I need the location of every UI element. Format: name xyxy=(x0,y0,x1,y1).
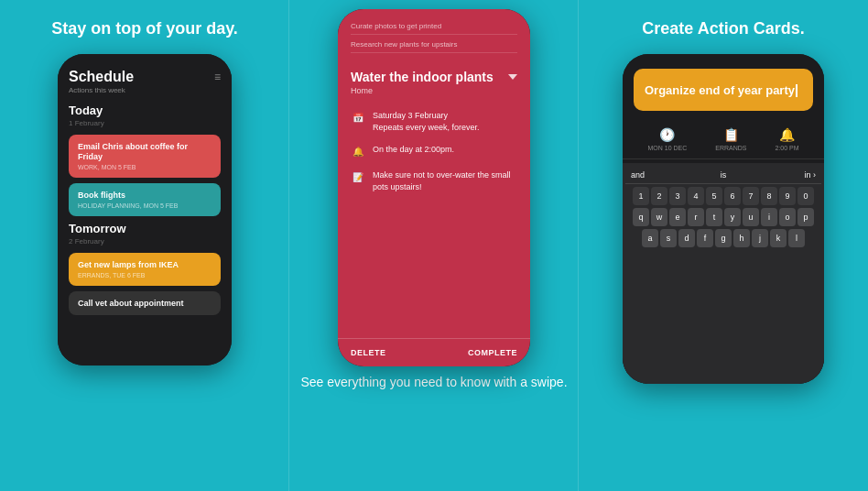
key-l[interactable]: l xyxy=(788,229,805,247)
panel-center-subtitle: See everything you need to know with a s… xyxy=(300,374,567,392)
create-card-text: Organize end of year party xyxy=(645,83,795,97)
card-title-text: Water the indoor plants xyxy=(351,70,494,84)
task-meta: HOLIDAY PLANNING, MON 5 FEB xyxy=(78,202,212,209)
panel-right-title: Create Action Cards. xyxy=(642,18,804,39)
card-details: 📅 Saturday 3 FebruaryRepeats every week,… xyxy=(338,103,530,338)
hamburger-icon[interactable]: ≡ xyxy=(214,71,221,83)
text-cursor xyxy=(796,84,797,97)
key-2[interactable]: 2 xyxy=(651,187,667,205)
today-label: Today xyxy=(69,104,221,117)
key-g[interactable]: g xyxy=(715,229,732,247)
card-top-items: Curate photos to get printed Research ne… xyxy=(338,9,530,60)
detail-row-alarm: 🔔 On the day at 2:00pm. xyxy=(351,144,517,158)
key-w[interactable]: w xyxy=(651,208,667,226)
key-o[interactable]: o xyxy=(779,208,796,226)
suggest-is[interactable]: is xyxy=(692,170,754,180)
key-j[interactable]: j xyxy=(752,229,768,247)
create-icon-alarm[interactable]: 🔔 2:00 PM xyxy=(775,127,798,151)
panel-left-title: Stay on top of your day. xyxy=(51,18,238,39)
task-title: Email Chris about coffee for Friday xyxy=(78,142,212,162)
panel-left: Stay on top of your day. Schedule Action… xyxy=(0,0,289,491)
key-0[interactable]: 0 xyxy=(797,187,814,205)
arrow-down-icon[interactable] xyxy=(508,74,517,80)
errands-label: ERRANDS xyxy=(715,145,746,151)
card-main-subtitle: Home xyxy=(351,86,517,95)
key-h[interactable]: h xyxy=(733,229,750,247)
panel-center: Curate photos to get printed Research ne… xyxy=(289,0,579,491)
key-a[interactable]: a xyxy=(642,229,658,247)
task-card-flights[interactable]: Book flights HOLIDAY PLANNING, MON 5 FEB xyxy=(69,183,221,216)
key-7[interactable]: 7 xyxy=(743,187,759,205)
key-r[interactable]: r xyxy=(688,208,704,226)
key-6[interactable]: 6 xyxy=(724,187,741,205)
key-u[interactable]: u xyxy=(743,208,759,226)
clock-icon: 🕐 xyxy=(659,127,675,142)
task-title: Book flights xyxy=(78,191,212,201)
key-p[interactable]: p xyxy=(797,208,814,226)
kb-row-asdf: a s d f g h j k l xyxy=(625,229,821,247)
calendar-icon: 📅 xyxy=(351,110,365,125)
bell-icon: 🔔 xyxy=(779,127,795,142)
create-card[interactable]: Organize end of year party xyxy=(634,69,813,111)
card-footer: DELETE COMPLETE xyxy=(338,338,530,366)
key-t[interactable]: t xyxy=(706,208,722,226)
create-icon-errands[interactable]: 📋 ERRANDS xyxy=(715,127,746,151)
phone-detail: Curate photos to get printed Research ne… xyxy=(338,9,530,366)
key-e[interactable]: e xyxy=(669,208,686,226)
key-s[interactable]: s xyxy=(660,229,677,247)
keyboard: and is in › 1 2 3 4 5 6 7 8 9 0 q xyxy=(623,163,824,384)
key-3[interactable]: 3 xyxy=(669,187,686,205)
note-icon: 📝 xyxy=(351,169,365,184)
card-main-title: Water the indoor plants xyxy=(351,70,517,84)
task-card-email[interactable]: Email Chris about coffee for Friday WORK… xyxy=(69,135,221,178)
schedule-subtitle: Actions this week xyxy=(69,86,134,94)
key-i[interactable]: i xyxy=(761,208,777,226)
key-9[interactable]: 9 xyxy=(779,187,796,205)
phone-schedule: Schedule Actions this week ≡ Today 1 Feb… xyxy=(58,54,232,366)
key-f[interactable]: f xyxy=(697,229,713,247)
detail-date-text: Saturday 3 FebruaryRepeats every week, f… xyxy=(373,110,480,133)
phone-create: Organize end of year party 🕐 MON 10 DEC … xyxy=(623,54,824,384)
complete-button[interactable]: COMPLETE xyxy=(468,348,517,357)
detail-note-text: Make sure not to over-water the small po… xyxy=(373,169,517,192)
tomorrow-date: 2 February xyxy=(69,237,221,246)
panel-right: Create Action Cards. Organize end of yea… xyxy=(579,0,868,491)
kb-row-qwerty: q w e r t y u i o p xyxy=(625,208,821,226)
key-1[interactable]: 1 xyxy=(633,187,649,205)
detail-row-note: 📝 Make sure not to over-water the small … xyxy=(351,169,517,192)
task-card-ikea[interactable]: Get new lamps from IKEA ERRANDS, TUE 6 F… xyxy=(69,253,221,286)
time-label: 2:00 PM xyxy=(775,145,798,151)
task-meta: ERRANDS, TUE 6 FEB xyxy=(78,272,212,278)
schedule-header: Schedule Actions this week ≡ xyxy=(69,69,221,94)
today-date: 1 February xyxy=(69,119,221,127)
key-q[interactable]: q xyxy=(633,208,649,226)
key-8[interactable]: 8 xyxy=(761,187,777,205)
top-item-2: Research new plants for upstairs xyxy=(351,37,517,53)
key-5[interactable]: 5 xyxy=(706,187,722,205)
delete-button[interactable]: DELETE xyxy=(351,348,386,357)
task-title: Call vet about appointment xyxy=(78,299,212,309)
tomorrow-label: Tomorrow xyxy=(69,222,221,235)
kb-row-numbers: 1 2 3 4 5 6 7 8 9 0 xyxy=(625,187,821,205)
suggest-in[interactable]: in › xyxy=(754,170,816,180)
top-item-1: Curate photos to get printed xyxy=(351,18,517,35)
create-icons-row: 🕐 MON 10 DEC 📋 ERRANDS 🔔 2:00 PM xyxy=(623,120,824,159)
key-d[interactable]: d xyxy=(678,229,695,247)
task-card-vet[interactable]: Call vet about appointment xyxy=(69,291,221,316)
schedule-title: Schedule xyxy=(69,69,134,85)
create-icon-date[interactable]: 🕐 MON 10 DEC xyxy=(647,127,687,151)
keyboard-suggestions: and is in › xyxy=(625,167,821,184)
key-y[interactable]: y xyxy=(724,208,741,226)
detail-alarm-text: On the day at 2:00pm. xyxy=(373,144,454,156)
alarm-icon: 🔔 xyxy=(351,144,365,158)
task-meta: WORK, MON 5 FEB xyxy=(78,164,212,170)
card-main-header: Water the indoor plants Home xyxy=(338,60,530,103)
suggest-and[interactable]: and xyxy=(631,170,692,180)
task-title: Get new lamps from IKEA xyxy=(78,260,212,270)
key-4[interactable]: 4 xyxy=(688,187,704,205)
key-k[interactable]: k xyxy=(770,229,787,247)
list-icon: 📋 xyxy=(723,127,739,142)
detail-row-date: 📅 Saturday 3 FebruaryRepeats every week,… xyxy=(351,110,517,133)
date-label: MON 10 DEC xyxy=(647,145,687,151)
